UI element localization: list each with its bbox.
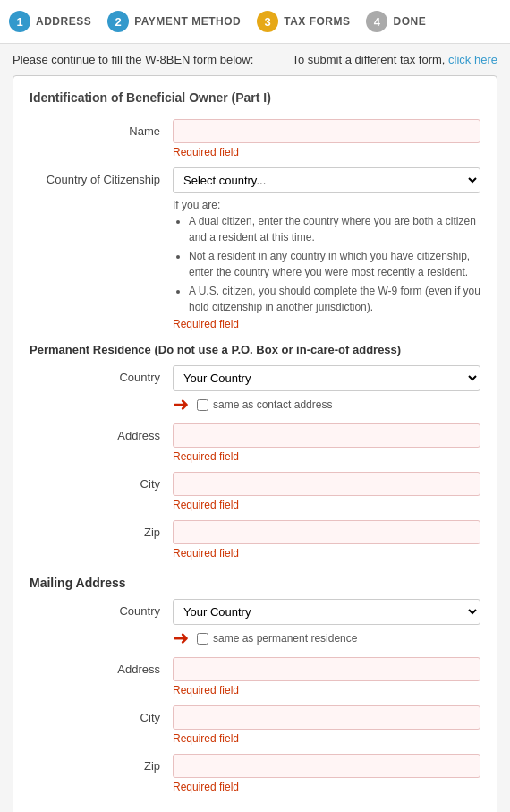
perm-zip-row: Zip Required field	[30, 520, 480, 560]
step-circle-4: 4	[366, 11, 387, 32]
perm-country-label: Country	[30, 365, 173, 384]
mail-country-row: Country Your Country ➜ same as permanent…	[30, 599, 480, 648]
perm-address-row: Address Required field	[30, 423, 480, 463]
perm-same-contact-label: same as contact address	[213, 398, 332, 411]
step-circle-1: 1	[9, 11, 30, 32]
step-address[interactable]: 1 ADDRESS	[9, 11, 91, 32]
mail-country-select-wrapper: Your Country	[173, 599, 480, 625]
mail-address-required: Required field	[173, 684, 480, 697]
citizenship-required: Required field	[173, 318, 480, 330]
mail-country-select[interactable]: Your Country	[173, 599, 480, 625]
mail-address-row: Address Required field	[30, 657, 480, 697]
perm-city-label: City	[30, 472, 173, 491]
intro-right-text: To submit a different tax form,	[292, 53, 445, 66]
step-taxforms[interactable]: 3 TAX FORMS	[257, 11, 350, 32]
intro-row: Please continue to fill the W-8BEN form …	[13, 53, 497, 66]
perm-city-field: Required field	[173, 472, 480, 511]
step-label-1: ADDRESS	[36, 15, 91, 28]
intro-right: To submit a different tax form, click he…	[292, 53, 497, 66]
mail-country-label: Country	[30, 599, 173, 618]
step-circle-2: 2	[107, 11, 129, 32]
mail-address-input[interactable]	[173, 657, 480, 681]
mail-address-label: Address	[30, 657, 173, 676]
citizenship-row: Country of Citizenship Select country...…	[30, 167, 480, 330]
mail-zip-required: Required field	[173, 781, 480, 793]
step-circle-3: 3	[257, 11, 278, 32]
step-label-3: TAX FORMS	[284, 15, 350, 28]
citizenship-info: If you are: A dual citizen, enter the co…	[173, 197, 480, 315]
name-required: Required field	[173, 146, 480, 158]
perm-country-select-wrapper: Your Country	[173, 365, 480, 391]
mailing-heading: Mailing Address	[30, 576, 480, 590]
name-label: Name	[30, 119, 173, 138]
perm-address-required: Required field	[173, 450, 480, 463]
perm-address-input[interactable]	[173, 423, 480, 448]
step-label-2: PAYMENT METHOD	[134, 15, 241, 28]
info-item-2: Not a resident in any country in which y…	[189, 248, 480, 280]
perm-city-row: City Required field	[30, 472, 480, 511]
mail-zip-input[interactable]	[173, 754, 480, 778]
citizenship-field: Select country... If you are: A dual cit…	[173, 167, 480, 330]
name-row: Name Required field	[30, 119, 480, 158]
perm-same-contact-checkbox[interactable]	[197, 399, 208, 411]
perm-arrow-icon: ➜	[173, 395, 189, 415]
mail-zip-field: Required field	[173, 754, 480, 793]
perm-address-field: Required field	[173, 423, 480, 463]
name-field: Required field	[173, 119, 480, 158]
step-payment[interactable]: 2 PAYMENT METHOD	[107, 11, 241, 32]
click-here-link[interactable]: click here	[448, 53, 497, 66]
steps-bar: 1 ADDRESS 2 PAYMENT METHOD 3 TAX FORMS 4…	[0, 0, 510, 44]
citizenship-label: Country of Citizenship	[30, 167, 173, 186]
step-label-4: DONE	[393, 15, 426, 28]
intro-left-text: Please continue to fill the W-8BEN form …	[13, 53, 253, 66]
perm-country-row: Country Your Country ➜ same as contact a…	[30, 365, 480, 415]
perm-city-required: Required field	[173, 499, 480, 511]
mail-zip-row: Zip Required field	[30, 754, 480, 793]
perm-country-select[interactable]: Your Country	[173, 365, 480, 391]
main-card: Identification of Beneficial Owner (Part…	[13, 75, 497, 812]
info-list: A dual citizen, enter the country where …	[189, 213, 480, 315]
mail-same-permanent-label: same as permanent residence	[213, 632, 357, 645]
citizenship-select[interactable]: Select country...	[173, 167, 480, 193]
mail-zip-label: Zip	[30, 754, 173, 773]
permanent-heading: Permanent Residence (Do not use a P.O. B…	[30, 343, 480, 356]
perm-same-contact-row: ➜ same as contact address	[173, 395, 480, 415]
perm-address-label: Address	[30, 423, 173, 442]
nav-row: « Back ➜ Continue »	[30, 808, 480, 812]
info-item-1: A dual citizen, enter the country where …	[189, 213, 480, 245]
card-title: Identification of Beneficial Owner (Part…	[30, 90, 480, 105]
mail-same-permanent-checkbox[interactable]	[197, 633, 208, 645]
mail-city-label: City	[30, 705, 173, 724]
perm-zip-label: Zip	[30, 520, 173, 539]
perm-city-input[interactable]	[173, 472, 480, 496]
mail-city-field: Required field	[173, 705, 480, 745]
perm-zip-input[interactable]	[173, 520, 480, 544]
step-done[interactable]: 4 DONE	[366, 11, 426, 32]
info-item-3: A U.S. citizen, you should complete the …	[189, 283, 480, 315]
mail-city-required: Required field	[173, 732, 480, 745]
mail-city-input[interactable]	[173, 705, 480, 730]
main-content: Please continue to fill the W-8BEN form …	[0, 44, 510, 812]
perm-country-field: Your Country ➜ same as contact address	[173, 365, 480, 415]
name-input[interactable]	[173, 119, 480, 143]
mail-same-permanent-row: ➜ same as permanent residence	[173, 628, 480, 648]
perm-zip-field: Required field	[173, 520, 480, 560]
info-intro: If you are:	[173, 199, 220, 211]
mail-city-row: City Required field	[30, 705, 480, 745]
mail-arrow-icon: ➜	[173, 628, 189, 648]
perm-zip-required: Required field	[173, 547, 480, 560]
mail-country-field: Your Country ➜ same as permanent residen…	[173, 599, 480, 648]
mail-address-field: Required field	[173, 657, 480, 697]
citizenship-select-wrapper: Select country...	[173, 167, 480, 193]
